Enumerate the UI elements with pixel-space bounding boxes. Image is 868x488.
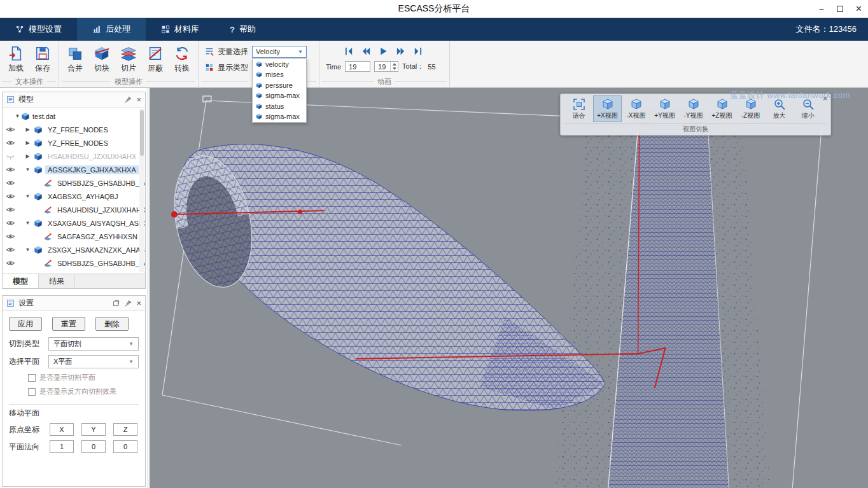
reverse-cut-checkbox[interactable] bbox=[28, 388, 36, 396]
tab-model[interactable]: 模型 bbox=[3, 274, 39, 288]
cube-icon bbox=[256, 61, 262, 67]
menu-item-post-processing[interactable]: 后处理 bbox=[77, 18, 146, 41]
fit-view-button[interactable]: 适合 bbox=[564, 95, 593, 122]
menu-item-model-settings[interactable]: 模型设置 bbox=[0, 18, 77, 41]
dropdown-option-sigma-max-2[interactable]: sigma-max bbox=[253, 111, 306, 122]
caret-right-icon[interactable]: ▶ bbox=[24, 140, 31, 146]
slice-button[interactable]: 切片 bbox=[120, 45, 137, 74]
section-divider bbox=[9, 404, 139, 405]
variable-select-dropdown[interactable]: Velocity ▼ velocity mises perssure sigma… bbox=[252, 46, 307, 58]
maximize-button[interactable] bbox=[837, 6, 843, 12]
cut-type-select[interactable]: 平面切割 ▼ bbox=[48, 337, 139, 351]
merge-button[interactable]: 合并 bbox=[67, 45, 83, 74]
normal-y-field[interactable]: 0 bbox=[81, 440, 106, 453]
menu-item-help[interactable]: ? 帮助 bbox=[214, 18, 271, 41]
load-button[interactable]: 加载 bbox=[8, 45, 24, 74]
dropdown-option-mises[interactable]: mises bbox=[253, 69, 306, 80]
view-minus-x-button[interactable]: -X视图 bbox=[622, 95, 650, 122]
tree-item-hidden[interactable]: ▶ HSAUHDISU_JZXIUXHAHX bbox=[3, 150, 145, 163]
origin-z-field[interactable]: Z bbox=[113, 423, 137, 436]
tree-item[interactable]: ▶ YZ_FREE_NODES bbox=[3, 123, 145, 136]
scrollbar-thumb[interactable] bbox=[140, 110, 144, 156]
dropdown-option-status[interactable]: status bbox=[253, 101, 306, 112]
pin-icon[interactable] bbox=[124, 299, 132, 307]
tree-scrollbar[interactable] bbox=[139, 109, 144, 272]
play-button[interactable] bbox=[379, 46, 390, 57]
origin-label: 原点坐标 bbox=[9, 424, 42, 435]
delete-button[interactable]: 删除 bbox=[95, 317, 129, 331]
dropdown-option-velocity[interactable]: velocity bbox=[253, 59, 306, 70]
show-cut-plane-checkbox[interactable] bbox=[28, 374, 36, 382]
help-icon: ? bbox=[230, 25, 235, 34]
menu-item-material-library[interactable]: 材料库 bbox=[146, 18, 214, 41]
normal-x-field[interactable]: 1 bbox=[50, 440, 74, 453]
toolbar-group-model-ops: 合并 切块 切片 屏蔽 转换 模型操作 bbox=[59, 41, 199, 87]
time-input[interactable]: 19 bbox=[345, 61, 370, 72]
tree-item[interactable]: ▼ ZSXGX_HSAKAZNZXK_AHASX bbox=[3, 243, 145, 256]
eye-icon[interactable] bbox=[6, 205, 15, 214]
eye-icon[interactable] bbox=[6, 245, 15, 254]
spinner-down-icon[interactable] bbox=[391, 67, 398, 72]
origin-y-field[interactable]: Y bbox=[81, 423, 106, 436]
eye-icon[interactable] bbox=[6, 192, 15, 201]
cube-icon bbox=[256, 113, 262, 120]
tree-item-leaf[interactable]: SDHSBJZS_GHSABJHB_ZAHU bbox=[3, 256, 145, 270]
viewport-3d[interactable]: 蓝蓝设计 www.lanlanwork.com × 适合 +X视图 -X视图 bbox=[148, 88, 868, 488]
close-button[interactable]: × bbox=[856, 4, 862, 14]
caret-down-icon[interactable]: ▼ bbox=[24, 220, 31, 226]
caret-right-icon[interactable]: ▶ bbox=[24, 153, 31, 159]
cut-block-button[interactable]: 切块 bbox=[94, 45, 110, 74]
previous-frame-button[interactable] bbox=[361, 46, 373, 57]
eye-icon[interactable] bbox=[6, 218, 15, 228]
tree-item-leaf[interactable]: HSAUHDISU_JZXIUXHAHX bbox=[3, 203, 145, 216]
spinner-up-icon[interactable] bbox=[391, 62, 398, 67]
tree-item[interactable]: ▶ YZ_FREE_NODES bbox=[3, 136, 145, 150]
view-plus-y-button[interactable]: +Y视图 bbox=[650, 95, 679, 122]
view-minus-y-button[interactable]: -Y视图 bbox=[679, 95, 708, 122]
tree-item-leaf[interactable]: SDHSBJZS_GHSABJHB_ZAHU bbox=[3, 176, 145, 190]
reset-button[interactable]: 重置 bbox=[52, 317, 85, 331]
eye-icon[interactable] bbox=[6, 165, 15, 174]
dropdown-option-sigma-max[interactable]: sigma-max bbox=[253, 90, 306, 101]
close-icon[interactable]: × bbox=[136, 95, 141, 104]
caret-down-icon[interactable]: ▼ bbox=[24, 193, 31, 199]
tab-results[interactable]: 结果 bbox=[39, 274, 75, 288]
tree-item-selected[interactable]: ▼ AGSGKJKG_GJHXAJKHXA bbox=[3, 163, 145, 176]
menu-label: 后处理 bbox=[106, 24, 130, 35]
origin-x-field[interactable]: X bbox=[50, 423, 74, 436]
float-icon[interactable] bbox=[112, 299, 120, 307]
pin-icon[interactable] bbox=[124, 95, 132, 104]
caret-down-icon[interactable]: ▼ bbox=[14, 113, 21, 119]
tree-item[interactable]: ▼ XAGBSXG_AYHAQBJ bbox=[3, 190, 145, 203]
toolbar-spacer bbox=[450, 41, 868, 87]
normal-z-field[interactable]: 0 bbox=[113, 440, 137, 453]
cube-icon bbox=[21, 112, 30, 121]
tree-item-leaf[interactable]: SAGFASGZ_ASYHHXSN bbox=[3, 230, 145, 243]
view-plus-x-button[interactable]: +X视图 bbox=[593, 95, 622, 122]
eye-icon[interactable] bbox=[6, 178, 15, 188]
frame-spinner[interactable]: 19 bbox=[374, 61, 398, 72]
eye-icon[interactable] bbox=[6, 258, 15, 268]
first-frame-button[interactable] bbox=[344, 46, 356, 57]
caret-down-icon[interactable]: ▼ bbox=[24, 247, 31, 253]
close-icon[interactable]: × bbox=[136, 299, 141, 307]
save-button[interactable]: 保存 bbox=[34, 45, 51, 74]
section-icon bbox=[43, 232, 52, 241]
eye-icon[interactable] bbox=[6, 138, 15, 148]
caret-down-icon[interactable]: ▼ bbox=[24, 167, 31, 172]
mask-button[interactable]: 屏蔽 bbox=[147, 45, 164, 74]
eye-off-icon[interactable] bbox=[6, 151, 15, 161]
tree-item[interactable]: ▼ XSAXGAUS_AISYAQSH_ASHX bbox=[3, 216, 145, 230]
minimize-button[interactable]: − bbox=[818, 4, 823, 13]
view-cube-icon bbox=[630, 98, 643, 111]
convert-button[interactable]: 转换 bbox=[174, 45, 190, 74]
eye-icon[interactable] bbox=[6, 125, 15, 134]
select-plane-select[interactable]: X平面 ▼ bbox=[48, 355, 139, 368]
eye-icon[interactable] bbox=[6, 232, 15, 241]
next-frame-button[interactable] bbox=[396, 46, 407, 57]
dropdown-option-perssure[interactable]: perssure bbox=[253, 80, 306, 91]
apply-button[interactable]: 应用 bbox=[9, 317, 42, 331]
tree-item-root[interactable]: ▼ test.dat bbox=[3, 109, 145, 123]
caret-right-icon[interactable]: ▶ bbox=[24, 127, 31, 132]
last-frame-button[interactable] bbox=[413, 46, 424, 57]
